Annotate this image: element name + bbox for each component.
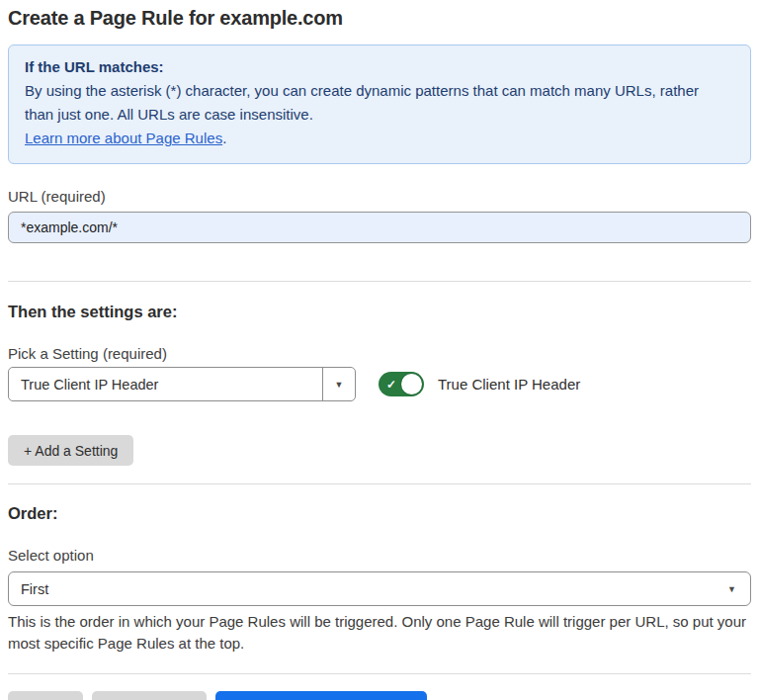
setting-dropdown-arrow-button[interactable]: ▼ [322,368,355,400]
toggle-knob [401,374,422,394]
divider [8,483,751,484]
order-select-value: First [21,581,48,597]
page-rule-form: Create a Page Rule for example.com If th… [0,0,760,700]
add-setting-button[interactable]: + Add a Setting [8,435,133,466]
info-box-heading: If the URL matches: [25,55,734,79]
cancel-button[interactable]: Cancel [8,691,83,700]
chevron-down-icon: ▼ [727,584,736,594]
setting-dropdown[interactable]: True Client IP Header ▼ [8,367,356,401]
order-help-text: This is the order in which your Page Rul… [8,611,751,655]
info-box-link-line: Learn more about Page Rules. [25,127,734,150]
learn-more-link[interactable]: Learn more about Page Rules [25,130,222,146]
settings-section-heading: Then the settings are: [8,303,751,321]
divider [8,673,751,674]
url-input[interactable] [8,212,751,243]
link-suffix: . [222,130,226,146]
setting-dropdown-value: True Client IP Header [9,368,322,400]
toggle-label: True Client IP Header [438,376,580,393]
save-and-deploy-button[interactable]: Save and Deploy Page Rule [215,691,427,700]
footer-actions: Cancel Save as Draft Save and Deploy Pag… [8,691,751,700]
select-option-label: Select option [8,547,751,564]
chevron-down-icon: ▼ [335,380,344,390]
setting-row: True Client IP Header ▼ ✓ True Client IP… [8,367,751,401]
url-field-label: URL (required) [8,188,751,205]
pick-setting-label: Pick a Setting (required) [8,345,751,362]
info-box-body: By using the asterisk (*) character, you… [25,79,728,127]
true-client-ip-toggle[interactable]: ✓ [379,372,424,396]
order-section-heading: Order: [8,504,751,523]
url-match-info-box: If the URL matches: By using the asteris… [8,44,751,164]
divider [8,281,751,282]
page-title: Create a Page Rule for example.com [8,0,751,30]
order-select[interactable]: First ▼ [8,571,751,606]
save-as-draft-button[interactable]: Save as Draft [92,691,208,700]
check-icon: ✓ [386,379,396,391]
